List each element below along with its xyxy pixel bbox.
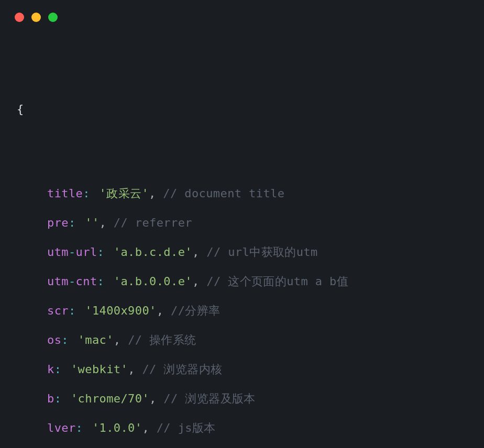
comment-prefix: // [157, 389, 185, 408]
comment-text: 操作系统 [149, 331, 196, 349]
code-line: os: 'mac', // 操作系统 [17, 326, 467, 355]
comment-prefix: // [120, 331, 149, 349]
property-key: utm [47, 243, 69, 261]
property-key: lver [47, 419, 76, 437]
property-key-suffix: url [76, 243, 97, 261]
property-key: os [47, 331, 61, 349]
comma: , [192, 272, 200, 290]
code-line: b: 'chrome/70', // 浏览器及版本 [17, 384, 467, 413]
comment-prefix: // [163, 301, 185, 320]
colon: : [54, 360, 69, 378]
comment-prefix: // [135, 360, 164, 378]
comment-prefix: // [200, 243, 228, 261]
comment-text: 浏览器及版本 [185, 389, 255, 408]
code-line: createTime: '', // 当前时间的时间戳（用户本地时间） [17, 443, 467, 448]
colon: : [69, 214, 83, 232]
code-window: { title: '政采云', // document titlepre: ''… [0, 0, 484, 448]
property-value: 'a.b.0.0.e' [114, 272, 192, 290]
property-key-suffix: cnt [76, 272, 97, 290]
comment-text: 这个页面的utm a b值 [228, 272, 348, 290]
maximize-icon[interactable] [48, 13, 58, 22]
comment-text: document title [184, 184, 284, 203]
property-value: 'a.b.c.d.e' [114, 243, 192, 261]
code-line: title: '政采云', // document title [17, 179, 467, 208]
comma: , [149, 184, 156, 203]
code-line: utm-url: 'a.b.c.d.e', // url中获取的utm [17, 238, 467, 267]
property-value: 'webkit' [71, 360, 128, 378]
property-key: pre [47, 214, 69, 232]
property-value: '' [85, 214, 99, 232]
colon: : [83, 184, 97, 203]
traffic-lights [15, 13, 58, 22]
comma: , [142, 419, 149, 437]
colon: : [97, 243, 112, 261]
minimize-icon[interactable] [31, 13, 41, 22]
comma: , [128, 360, 135, 378]
comment-prefix: // [149, 419, 178, 437]
comment-prefix: // [106, 214, 135, 232]
code-line: utm-cnt: 'a.b.0.0.e', // 这个页面的utm a b值 [17, 267, 467, 296]
code-line: scr: '1400x900', //分辨率 [17, 296, 467, 326]
code-line: pre: '', // referrer [17, 208, 467, 238]
property-key: title [47, 184, 83, 203]
comment-text: 浏览器内核 [163, 360, 222, 378]
comment-text: js版本 [178, 419, 216, 437]
property-value: '1400x900' [85, 301, 156, 320]
colon: : [54, 389, 69, 408]
property-value: 'chrome/70' [71, 389, 149, 408]
comment-text: url中获取的utm [228, 243, 317, 261]
comment-text: 分辨率 [185, 301, 220, 320]
comma: , [192, 243, 200, 261]
comma: , [114, 331, 121, 349]
close-icon[interactable] [15, 13, 24, 22]
code-block: { title: '政采云', // document titlepre: ''… [17, 58, 467, 448]
comment-prefix: // [200, 272, 228, 290]
colon: : [97, 272, 112, 290]
code-line: lver: '1.0.0', // js版本 [17, 413, 467, 443]
property-value: 'mac' [78, 331, 114, 349]
colon: : [69, 301, 83, 320]
comment-prefix: // [156, 184, 185, 203]
property-value: '1.0.0' [92, 419, 142, 437]
code-line: k: 'webkit', // 浏览器内核 [17, 355, 467, 384]
open-brace-line: { [17, 94, 467, 124]
comma: , [157, 301, 164, 320]
property-key: utm [47, 272, 69, 290]
key-dash: - [69, 272, 76, 290]
property-value: '政采云' [100, 184, 149, 203]
colon: : [76, 419, 90, 437]
key-dash: - [69, 243, 76, 261]
comment-text: referrer [135, 214, 192, 232]
property-key: scr [47, 301, 69, 320]
comma: , [100, 214, 107, 232]
brace-open: { [17, 100, 24, 118]
property-key: b [47, 389, 54, 408]
colon: : [61, 331, 75, 349]
comma: , [149, 389, 157, 408]
property-key: k [47, 360, 54, 378]
